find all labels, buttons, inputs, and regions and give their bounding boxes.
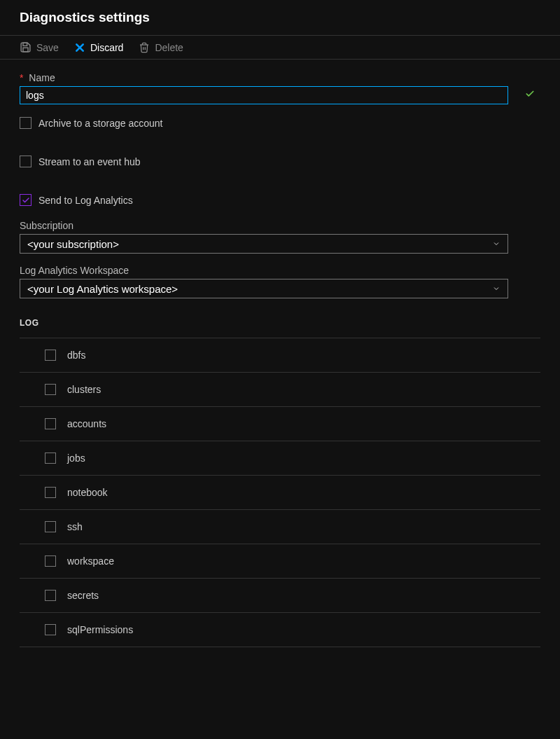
log-label: workspace: [67, 555, 114, 567]
log-label: jobs: [67, 453, 85, 464]
svg-rect-1: [23, 48, 28, 52]
log-checkbox[interactable]: [45, 624, 56, 635]
stream-label: Stream to an event hub: [38, 156, 141, 167]
log-analytics-checkbox[interactable]: [20, 194, 31, 206]
log-checkbox[interactable]: [45, 555, 56, 567]
log-checkbox[interactable]: [45, 487, 56, 498]
log-section-heading: LOG: [20, 318, 540, 328]
chevron-down-icon: [492, 238, 500, 250]
stream-checkbox-row[interactable]: Stream to an event hub: [20, 156, 540, 167]
workspace-value: <your Log Analytics workspace>: [27, 283, 178, 295]
delete-button[interactable]: Delete: [139, 42, 183, 53]
save-icon: [20, 41, 31, 53]
log-checkbox[interactable]: [45, 384, 56, 395]
discard-label: Discard: [90, 42, 123, 53]
log-analytics-label: Send to Log Analytics: [38, 195, 133, 206]
stream-checkbox[interactable]: [20, 156, 31, 167]
name-input[interactable]: [20, 86, 508, 104]
log-row[interactable]: dbfs: [20, 338, 540, 373]
archive-checkbox[interactable]: [20, 117, 31, 129]
discard-button[interactable]: Discard: [74, 42, 123, 53]
log-label: notebook: [67, 487, 108, 498]
chevron-down-icon: [492, 283, 500, 295]
workspace-dropdown[interactable]: <your Log Analytics workspace>: [20, 279, 508, 298]
valid-check-icon: [525, 89, 535, 101]
log-row[interactable]: accounts: [20, 407, 540, 441]
required-indicator: *: [20, 72, 23, 83]
log-row[interactable]: ssh: [20, 510, 540, 544]
save-label: Save: [36, 42, 59, 53]
log-label: ssh: [67, 521, 83, 532]
log-row[interactable]: notebook: [20, 476, 540, 510]
page-header: Diagnostics settings: [0, 0, 560, 36]
log-label: dbfs: [67, 350, 85, 361]
subscription-label: Subscription: [20, 220, 540, 231]
workspace-section: Log Analytics Workspace <your Log Analyt…: [20, 265, 540, 298]
log-analytics-checkbox-row[interactable]: Send to Log Analytics: [20, 194, 540, 206]
svg-rect-0: [23, 43, 27, 46]
log-row[interactable]: clusters: [20, 373, 540, 407]
page-title: Diagnostics settings: [20, 10, 540, 25]
name-input-wrap: [20, 86, 540, 104]
log-checkbox[interactable]: [45, 590, 56, 601]
log-label: sqlPermissions: [67, 624, 133, 635]
name-label: * Name: [20, 72, 540, 83]
log-row[interactable]: sqlPermissions: [20, 613, 540, 647]
log-checkbox[interactable]: [45, 521, 56, 532]
log-label: secrets: [67, 590, 99, 601]
subscription-dropdown[interactable]: <your subscription>: [20, 234, 508, 254]
archive-checkbox-row[interactable]: Archive to a storage account: [20, 117, 540, 129]
log-label: accounts: [67, 418, 106, 429]
log-row[interactable]: jobs: [20, 441, 540, 476]
log-list: dbfs clusters accounts jobs notebook ssh…: [20, 338, 540, 647]
log-checkbox[interactable]: [45, 418, 56, 429]
log-checkbox[interactable]: [45, 350, 56, 361]
log-row[interactable]: workspace: [20, 544, 540, 579]
form-content: * Name Archive to a storage account Stre…: [0, 60, 560, 660]
log-row[interactable]: secrets: [20, 579, 540, 613]
log-label: clusters: [67, 384, 101, 395]
save-button[interactable]: Save: [20, 41, 59, 53]
toolbar: Save Discard Delete: [0, 36, 560, 60]
delete-label: Delete: [155, 42, 183, 53]
workspace-label: Log Analytics Workspace: [20, 265, 540, 276]
subscription-value: <your subscription>: [27, 238, 119, 250]
subscription-section: Subscription <your subscription>: [20, 220, 540, 254]
archive-label: Archive to a storage account: [38, 118, 162, 129]
discard-icon: [74, 42, 85, 53]
delete-icon: [139, 42, 150, 53]
log-checkbox[interactable]: [45, 453, 56, 464]
